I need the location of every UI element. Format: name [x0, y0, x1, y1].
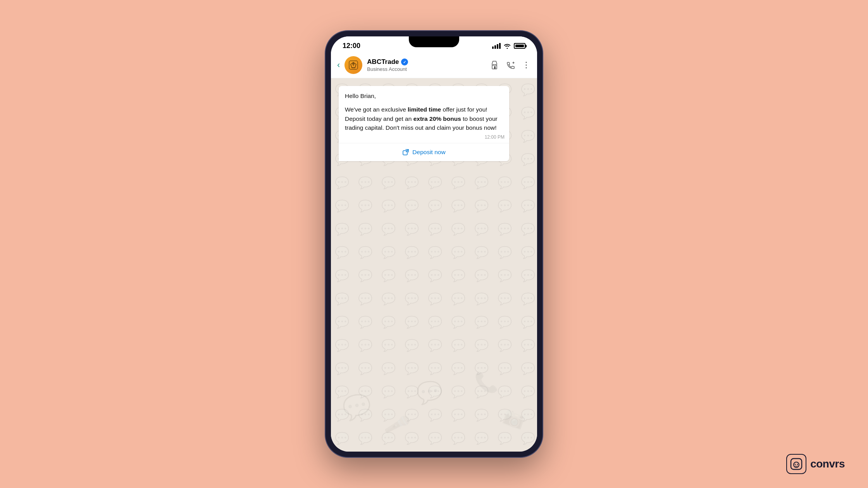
bold-bonus: extra 20% bonus: [413, 115, 461, 122]
phone-shell: 12:00 ‹: [326, 31, 542, 457]
battery-icon: [514, 43, 525, 49]
convrs-text: convrs: [810, 458, 845, 470]
svg-point-7: [526, 65, 527, 66]
svg-point-8: [526, 67, 527, 69]
message-timestamp: 12:00 PM: [339, 134, 509, 143]
external-link-icon: [402, 149, 409, 156]
contact-subtitle: Business Account: [367, 66, 486, 72]
chat-area: 💬 🎤 💬 📷 📞 Hello Brian, We've got an excl…: [331, 78, 537, 452]
contact-avatar: [344, 56, 362, 74]
notch: [409, 36, 459, 47]
chat-header: ‹ ABCTrade ✓ Business Account: [331, 52, 537, 78]
status-time: 12:00: [343, 42, 360, 50]
back-button[interactable]: ‹: [337, 60, 340, 70]
status-bar: 12:00: [331, 36, 537, 52]
call-add-icon[interactable]: [506, 60, 515, 70]
more-icon[interactable]: [522, 60, 531, 70]
wifi-icon: [504, 43, 511, 49]
message-text: Hello Brian, We've got an exclusive limi…: [339, 86, 509, 134]
store-icon[interactable]: [491, 60, 500, 70]
convrs-branding: convrs: [786, 454, 845, 474]
header-actions: [491, 60, 531, 70]
contact-info: ABCTrade ✓ Business Account: [367, 58, 486, 72]
svg-rect-3: [494, 66, 496, 69]
svg-point-14: [797, 464, 798, 465]
message-bubble: Hello Brian, We've got an exclusive limi…: [339, 86, 509, 161]
signal-icon: [492, 43, 501, 49]
convrs-icon: [786, 454, 806, 474]
deposit-now-label: Deposit now: [412, 149, 445, 156]
message-body: We've got an exclusive limited time offe…: [345, 106, 498, 131]
verified-badge: ✓: [401, 58, 408, 65]
status-icons: [492, 43, 525, 49]
message-greeting: Hello Brian,: [345, 91, 503, 100]
svg-point-6: [526, 62, 527, 63]
contact-name-text: ABCTrade: [367, 58, 399, 66]
bold-limited-time: limited time: [408, 106, 441, 113]
contact-name-row: ABCTrade ✓: [367, 58, 486, 66]
svg-point-13: [795, 464, 796, 465]
deposit-now-button[interactable]: Deposit now: [339, 143, 509, 161]
phone-screen: 12:00 ‹: [331, 36, 537, 452]
